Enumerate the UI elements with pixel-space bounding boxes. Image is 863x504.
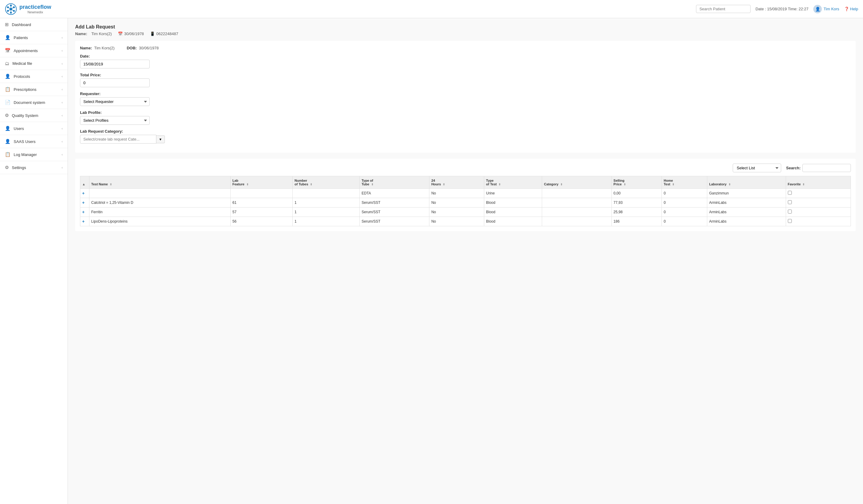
favorite-checkbox[interactable] (788, 191, 792, 195)
col-test-name-header[interactable]: Test Name ⇕ (89, 176, 230, 189)
user-name: Tim Kors (824, 7, 839, 11)
num-tubes-cell: 1 (293, 217, 360, 226)
selling-price-cell: 186 (612, 217, 662, 226)
date-input[interactable] (80, 60, 150, 68)
num-tubes-cell (293, 189, 360, 198)
favorite-checkbox[interactable] (788, 219, 792, 223)
favorite-cell[interactable] (786, 189, 851, 198)
sort-arrows-24hours: ⇕ (443, 183, 445, 186)
col-lab-feature-header[interactable]: LabFeature ⇕ (230, 176, 293, 189)
protocols-icon: 👤 (5, 74, 11, 79)
table-row: + Calcitriol = 1,25-Vitamin D 61 1 Serum… (80, 198, 851, 207)
sidebar-label-prescriptions: Prescriptions (14, 87, 36, 92)
logo-text: practiceflow Newmedix (20, 4, 51, 14)
users-icon: 👤 (5, 126, 11, 131)
requester-row: Requester: Select Requester (80, 91, 851, 106)
sidebar-item-dashboard[interactable]: ⊞ Dashboard (0, 18, 67, 31)
sort-arrows-selling-price: ⇕ (624, 183, 626, 186)
chevron-icon: ‹ (62, 166, 63, 169)
sidebar-label-document-system: Document system (14, 100, 45, 105)
category-input-wrapper: ▼ (80, 135, 165, 143)
sidebar-label-log-manager: Log Manager (14, 152, 37, 157)
add-row-btn[interactable]: + (82, 191, 85, 196)
lab-profile-select-wrapper: Select Profiles (80, 116, 150, 125)
add-row-btn[interactable]: + (82, 210, 85, 214)
top-header: practiceflow Newmedix Date : 15/08/2019 … (0, 0, 863, 18)
add-btn-cell[interactable]: + (80, 207, 89, 217)
logo-main: practiceflow (20, 4, 51, 10)
add-btn-cell[interactable]: + (80, 198, 89, 207)
sort-arrows-type-tube: ⇕ (371, 183, 374, 186)
select-list-dropdown[interactable]: Select List (733, 164, 781, 172)
sidebar-item-quality-system[interactable]: ⚙ Quality System ‹ (0, 109, 67, 122)
patient-dob-inline: 📅 30/06/1978 (118, 32, 144, 36)
col-category-header[interactable]: Category ⇕ (542, 176, 612, 189)
sidebar: ⊞ Dashboard 👤 Patients ‹ 📅 Appointments … (0, 18, 68, 504)
chevron-icon: ‹ (62, 62, 63, 65)
category-dropdown-btn[interactable]: ▼ (157, 135, 165, 143)
col-home-test-header[interactable]: HomeTest ⇕ (662, 176, 707, 189)
add-btn-cell[interactable]: + (80, 217, 89, 226)
col-type-tube-header[interactable]: Type ofTube ⇕ (360, 176, 429, 189)
sidebar-label-patients: Patients (14, 36, 28, 40)
add-row-btn[interactable]: + (82, 200, 85, 205)
sidebar-label-medical-file: Medical file (12, 61, 32, 66)
sidebar-item-medical-file[interactable]: 🗂 Medical file ‹ (0, 57, 67, 70)
search-patient-input[interactable] (696, 5, 751, 13)
sidebar-label-users: Users (14, 126, 24, 131)
sort-arrows-favorite: ⇕ (802, 183, 805, 186)
help-button[interactable]: ❓ Help (844, 7, 858, 11)
requester-select[interactable]: Select Requester (80, 97, 150, 106)
sidebar-item-protocols[interactable]: 👤 Protocols ‹ (0, 70, 67, 83)
laboratory-cell: ArminLabs (707, 198, 786, 207)
user-menu[interactable]: 👤 Tim Kors (813, 5, 839, 13)
add-row-btn[interactable]: + (82, 219, 85, 224)
favorite-checkbox[interactable] (788, 210, 792, 214)
sort-arrows-test-name: ⇕ (110, 183, 112, 186)
sidebar-item-patients[interactable]: 👤 Patients ‹ (0, 31, 67, 44)
sidebar-item-appointments[interactable]: 📅 Appointments ‹ (0, 44, 67, 57)
total-price-input[interactable] (80, 78, 150, 87)
dashboard-icon: ⊞ (5, 22, 9, 27)
chevron-icon: ‹ (62, 114, 63, 117)
table-section: Select List Search: ▲ Test Name ⇕ (75, 159, 856, 231)
sidebar-label-dashboard: Dashboard (12, 22, 31, 27)
col-type-test-header[interactable]: Typeof Test ⇕ (484, 176, 542, 189)
user-avatar: 👤 (813, 5, 822, 13)
sort-arrows-type-test: ⇕ (499, 183, 501, 186)
add-btn-cell[interactable]: + (80, 189, 89, 198)
col-add-header: ▲ (80, 176, 89, 189)
lab-tests-table: ▲ Test Name ⇕ LabFeature ⇕ Numberof Tube… (80, 176, 851, 226)
col-24hours-header[interactable]: 24Hours ⇕ (429, 176, 484, 189)
sidebar-item-saas-users[interactable]: 👤 SAAS Users ‹ (0, 135, 67, 148)
sidebar-label-protocols: Protocols (14, 74, 30, 79)
col-selling-price-header[interactable]: SellingPrice ⇕ (612, 176, 662, 189)
sort-arrows-laboratory: ⇕ (728, 183, 731, 186)
col-laboratory-header[interactable]: Laboratory ⇕ (707, 176, 786, 189)
lab-profile-select[interactable]: Select Profiles (80, 116, 150, 125)
sidebar-item-log-manager[interactable]: 📋 Log Manager ‹ (0, 148, 67, 161)
chevron-icon: ‹ (62, 140, 63, 143)
favorite-cell[interactable] (786, 207, 851, 217)
col-favorite-header[interactable]: Favorite ⇕ (786, 176, 851, 189)
total-price-label: Total Price: (80, 73, 851, 77)
sidebar-item-users[interactable]: 👤 Users ‹ (0, 122, 67, 135)
type-test-cell: Blood (484, 207, 542, 217)
favorite-checkbox[interactable] (788, 200, 792, 204)
24hours-cell: No (429, 217, 484, 226)
sidebar-item-prescriptions[interactable]: 📋 Prescriptions ‹ (0, 83, 67, 96)
sidebar-item-document-system[interactable]: 📄 Document system ‹ (0, 96, 67, 109)
document-system-icon: 📄 (5, 100, 11, 105)
category-input[interactable] (80, 135, 157, 143)
logo-sub: Newmedix (20, 10, 51, 14)
favorite-cell[interactable] (786, 217, 851, 226)
favorite-cell[interactable] (786, 198, 851, 207)
table-search-input[interactable] (802, 164, 851, 172)
sort-arrows-num-tubes: ⇕ (310, 183, 312, 186)
col-num-tubes-header[interactable]: Numberof Tubes ⇕ (293, 176, 360, 189)
patient-info-line: Name: Tim Kors(2) 📅 30/06/1978 📱 0622248… (75, 32, 856, 36)
settings-icon: ⚙ (5, 165, 9, 170)
quality-system-icon: ⚙ (5, 113, 9, 118)
sidebar-item-settings[interactable]: ⚙ Settings ‹ (0, 161, 67, 174)
category-cell (542, 189, 612, 198)
